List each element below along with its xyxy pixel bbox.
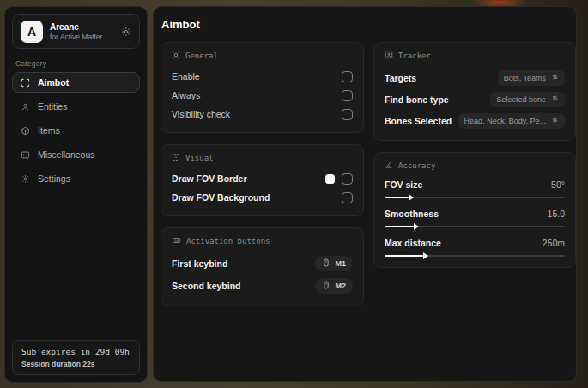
setting-row-enable: Enable xyxy=(172,67,353,86)
tracker-label: Find bone type xyxy=(385,94,449,105)
sidebar-item-label: Entities xyxy=(38,101,67,112)
sidebar-item-items[interactable]: Items xyxy=(12,120,140,141)
slider-group-smoothness: Smoothness 15.0 xyxy=(385,206,565,227)
gear-icon[interactable] xyxy=(121,27,131,37)
enable-checkbox[interactable] xyxy=(342,71,353,82)
visual-header: Visual xyxy=(172,153,353,163)
sidebar-item-label: Settings xyxy=(38,173,70,184)
slider-fill[interactable] xyxy=(385,226,414,227)
sidebar-item-aimbot[interactable]: Aimbot xyxy=(12,72,140,93)
setting-label: Draw FOV Background xyxy=(172,192,270,203)
slider-value: 15.0 xyxy=(548,209,565,219)
session-duration-text: Session duration 22s xyxy=(21,360,130,368)
slider-label: Smoothness xyxy=(385,209,439,219)
sidebar-item-entities[interactable]: Entities xyxy=(12,96,140,117)
mouse-icon xyxy=(322,258,330,269)
swap-vertical-icon xyxy=(551,94,559,104)
slider-value: 50° xyxy=(551,179,565,190)
app-header: A Arcane for Active Matter xyxy=(12,14,140,49)
tracker-label: Targets xyxy=(385,73,416,83)
keybind-row-first: First keybind M1 xyxy=(172,252,353,275)
slider-group-fov-size: FOV size 50° xyxy=(385,177,565,198)
setting-label: Draw FOV Border xyxy=(172,173,247,184)
sidebar-item-settings[interactable]: Settings xyxy=(12,168,140,189)
crosshair-gear-icon xyxy=(172,51,180,61)
keyboard-icon xyxy=(172,236,181,246)
setting-row-fov-background: Draw FOV Background xyxy=(172,188,353,207)
mouse-icon xyxy=(322,281,330,291)
always-checkbox[interactable] xyxy=(342,90,353,101)
smoothness-slider[interactable] xyxy=(385,226,565,227)
activation-card: Activation buttons First keybind M1 Seco… xyxy=(161,227,364,306)
slider-fill[interactable] xyxy=(385,197,409,198)
cube-icon xyxy=(21,126,30,136)
app-subtitle: for Active Matter xyxy=(50,33,102,41)
slider-label: FOV size xyxy=(385,179,422,190)
scan-icon xyxy=(21,78,30,88)
setting-row-visibility-check: Visibility check xyxy=(172,105,353,124)
fov-size-slider[interactable] xyxy=(385,197,565,198)
tracker-row-bones-selected: Bones Selected Head, Neck, Body, Pe... xyxy=(385,110,565,131)
subscription-box: Sub expires in 29d 09h Session duration … xyxy=(12,340,140,375)
slider-label: Max distance xyxy=(385,238,441,248)
tracker-row-targets: Targets Bots, Teams xyxy=(385,67,565,88)
tracker-row-find-bone: Find bone type Selected bone xyxy=(385,88,565,110)
setting-row-always: Always xyxy=(172,86,353,105)
setting-label: Visibility check xyxy=(172,109,230,119)
page-title: Aimbot xyxy=(154,7,576,31)
sidebar-item-miscellaneous[interactable]: Miscellaneous xyxy=(12,144,140,165)
second-keybind-button[interactable]: M2 xyxy=(315,278,353,294)
swap-vertical-icon xyxy=(551,116,559,125)
tracker-card: Tracker Targets Bots, Teams Find bone ty… xyxy=(373,42,576,141)
general-card: General Enable Always Visibility check xyxy=(161,42,364,133)
person-target-icon xyxy=(21,102,30,112)
activation-header: Activation buttons xyxy=(172,236,353,246)
visibility-check-checkbox[interactable] xyxy=(342,109,353,120)
keybind-label: First keybind xyxy=(172,258,227,269)
sidebar-item-label: Aimbot xyxy=(38,77,69,88)
right-column: Tracker Targets Bots, Teams Find bone ty… xyxy=(373,42,576,268)
bones-selected-dropdown[interactable]: Head, Neck, Body, Pe... xyxy=(458,113,565,129)
fov-border-checkbox[interactable] xyxy=(342,173,353,185)
slider-value: 250m xyxy=(543,238,565,248)
angle-icon xyxy=(385,161,393,171)
sidebar-item-label: Miscellaneous xyxy=(38,149,95,160)
sub-expires-text: Sub expires in 29d 09h xyxy=(21,347,130,356)
app-name: Arcane xyxy=(50,21,102,33)
sidebar: A Arcane for Active Matter Category Aimb… xyxy=(4,6,148,383)
keybind-row-second: Second keybind M2 xyxy=(172,275,353,297)
visual-card: Visual Draw FOV Border Draw FOV Backgrou… xyxy=(161,144,364,216)
find-bone-type-dropdown[interactable]: Selected bone xyxy=(490,92,565,107)
main-panel: Aimbot General Enable Always xyxy=(153,6,577,382)
setting-label: Enable xyxy=(172,71,200,82)
app-logo: A xyxy=(21,21,43,43)
left-column: General Enable Always Visibility check xyxy=(161,42,364,306)
color-swatch[interactable] xyxy=(325,174,335,184)
setting-label: Always xyxy=(172,90,200,100)
first-keybind-button[interactable]: M1 xyxy=(315,256,353,271)
max-distance-slider[interactable] xyxy=(385,255,565,257)
swap-vertical-icon xyxy=(551,73,559,82)
slider-fill[interactable] xyxy=(385,255,423,257)
sidebar-item-label: Items xyxy=(38,125,60,136)
tracker-label: Bones Selected xyxy=(385,116,452,126)
setting-row-fov-border: Draw FOV Border xyxy=(172,169,353,188)
gear-icon xyxy=(21,174,30,184)
targets-dropdown[interactable]: Bots, Teams xyxy=(498,70,565,86)
keybind-label: Second keybind xyxy=(172,281,241,291)
tracker-header: Tracker xyxy=(385,51,565,61)
general-header: General xyxy=(172,51,353,61)
sidebar-nav: Aimbot Entities Items xyxy=(5,72,147,189)
viewport-icon xyxy=(172,153,180,163)
terminal-icon xyxy=(21,150,30,160)
category-label: Category xyxy=(15,59,136,68)
slider-group-max-distance: Max distance 250m xyxy=(385,235,565,257)
tracker-icon xyxy=(385,51,393,61)
accuracy-card: Accuracy FOV size 50° Smoothness 15.0 xyxy=(373,152,576,268)
accuracy-header: Accuracy xyxy=(385,161,565,171)
fov-background-checkbox[interactable] xyxy=(342,192,353,203)
